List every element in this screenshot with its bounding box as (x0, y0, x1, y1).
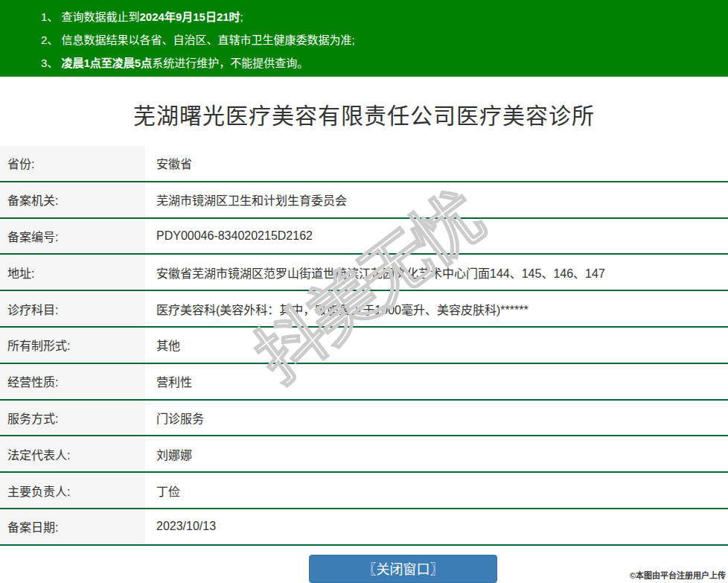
record-detail-table: 省份: 安徽省 备案机关: 芜湖市镜湖区卫生和计划生育委员会 备案编号: PDY… (0, 146, 728, 546)
row-value: 营利性 (145, 372, 728, 390)
notice-line-1-tail: ; (240, 10, 243, 23)
row-label: 地址: (0, 255, 145, 290)
upload-attribution: ©本图由平台注册用户上传 (630, 569, 726, 581)
table-row-filing-number: 备案编号: PDY00046-834020215D2162 (0, 219, 728, 255)
notice-line-1-bold: 2024年9月15日21时 (140, 10, 240, 23)
row-value: 医疗美容科(美容外科：其中，吸脂量少于1000毫升、美容皮肤科)****** (145, 300, 728, 318)
table-row-address: 地址: 安徽省芜湖市镜湖区范罗山街道世茂滨江花园文化艺术中心门面144、145、… (0, 255, 728, 291)
footer-bar: 〖关闭窗口〗 (0, 546, 728, 583)
table-row-principal: 主要负责人: 丁俭 (0, 473, 728, 509)
row-value: 门诊服务 (145, 409, 728, 427)
notice-line-2: 2、 信息数据结果以各省、自治区、直辖市卫生健康委数据为准; (41, 28, 721, 51)
row-value: 安徽省 (145, 154, 728, 172)
row-label: 备案机关: (0, 182, 145, 217)
row-label: 备案日期: (0, 509, 145, 544)
table-row-filing-date: 备案日期: 2023/10/13 (0, 509, 728, 546)
row-value: 安徽省芜湖市镜湖区范罗山街道世茂滨江花园文化艺术中心门面144、145、146、… (145, 264, 728, 281)
table-row-filing-authority: 备案机关: 芜湖市镜湖区卫生和计划生育委员会 (0, 182, 728, 219)
table-row-province: 省份: 安徽省 (0, 146, 728, 182)
row-label: 服务方式: (0, 401, 145, 436)
notice-line-1-text: 1、 查询数据截止到 (41, 10, 140, 23)
page-title: 芜湖曙光医疗美容有限责任公司医疗美容诊所 (0, 103, 728, 128)
row-label: 主要负责人: (0, 473, 145, 508)
notice-line-3-bold: 凌晨1点至凌晨5点 (62, 57, 153, 69)
table-row-legal-representative: 法定代表人: 刘娜娜 (0, 436, 728, 473)
notice-banner: 1、 查询数据截止到2024年9月15日21时; 2、 信息数据结果以各省、自治… (0, 0, 728, 77)
table-row-service-mode: 服务方式: 门诊服务 (0, 401, 728, 437)
close-window-button[interactable]: 〖关闭窗口〗 (309, 555, 497, 583)
notice-line-3-text: 3、 (41, 57, 62, 69)
row-label: 经营性质: (0, 364, 145, 399)
notice-line-2-text: 2、 信息数据结果以各省、自治区、直辖市卫生健康委数据为准; (41, 34, 355, 46)
row-label: 备案编号: (0, 219, 145, 254)
row-value: 丁俭 (145, 482, 728, 500)
notice-line-1: 1、 查询数据截止到2024年9月15日21时; (41, 5, 721, 28)
notice-line-3: 3、 凌晨1点至凌晨5点系统进行维护，不能提供查询。 (41, 51, 721, 74)
row-label: 省份: (0, 146, 145, 181)
row-value: 刘娜娜 (145, 445, 728, 463)
row-label: 法定代表人: (0, 436, 145, 471)
table-row-ownership-type: 所有制形式: 其他 (0, 328, 728, 364)
row-label: 诊疗科目: (0, 291, 145, 326)
table-row-operating-nature: 经营性质: 营利性 (0, 364, 728, 401)
row-label: 所有制形式: (0, 328, 145, 363)
row-value: 2023/10/13 (145, 520, 728, 533)
notice-line-3-tail: 系统进行维护，不能提供查询。 (152, 57, 308, 69)
row-value: PDY00046-834020215D2162 (145, 229, 728, 243)
row-value: 其他 (145, 336, 728, 354)
table-row-treatment-subjects: 诊疗科目: 医疗美容科(美容外科：其中，吸脂量少于1000毫升、美容皮肤科)**… (0, 291, 728, 328)
row-value: 芜湖市镜湖区卫生和计划生育委员会 (145, 191, 728, 208)
